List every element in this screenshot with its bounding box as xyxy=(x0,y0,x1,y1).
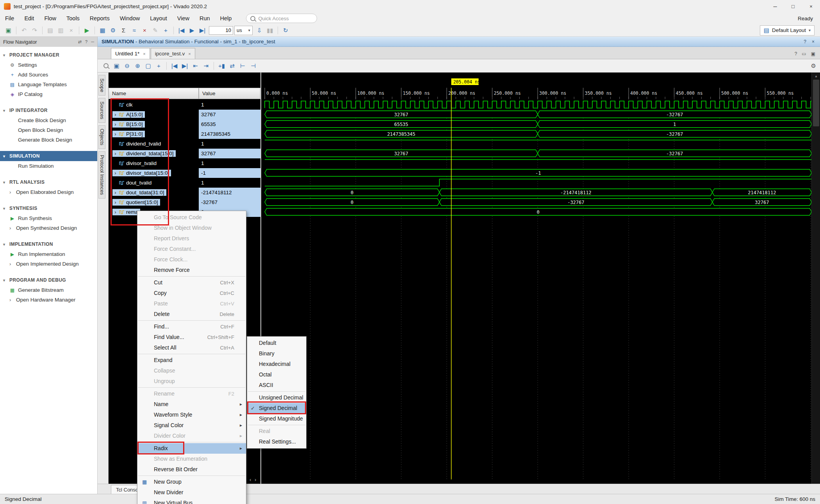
sidebar-item-run-synthesis[interactable]: ▶Run Synthesis xyxy=(0,213,97,223)
tabbar-float-icon[interactable]: ▭ xyxy=(802,51,806,57)
flow-section-simulation[interactable]: ▾SIMULATION xyxy=(0,151,97,161)
vertical-scrollbar[interactable]: ▴ xyxy=(811,73,820,484)
sidebar-item-run-implementation[interactable]: ▶Run Implementation xyxy=(0,249,97,259)
menu-item-signed-decimal[interactable]: ✓Signed Decimal xyxy=(247,403,306,413)
wave-previous-transition-button[interactable]: ⇤ xyxy=(190,61,201,71)
side-tab-protocol-instances[interactable]: Protocol Instances xyxy=(98,151,105,199)
fn-minimize-icon[interactable]: ─ xyxy=(91,39,94,44)
wave-zoom-to-cursor-button[interactable]: + xyxy=(153,61,164,71)
menu-item-name[interactable]: Name▸ xyxy=(137,399,246,410)
menu-flow[interactable]: Flow xyxy=(39,12,61,24)
signal-value-cell[interactable]: 1 xyxy=(199,139,260,149)
run-for-time-button[interactable]: ⇩ xyxy=(254,25,265,35)
wave-go-to-time-0-button[interactable]: |◀ xyxy=(169,61,180,71)
signal-row-clk[interactable]: clk xyxy=(109,100,199,110)
menu-item-waveform-style[interactable]: Waveform Style▸ xyxy=(137,410,246,420)
sidebar-item-open-block-design[interactable]: Open Block Design xyxy=(0,125,97,135)
menu-item-octal[interactable]: Octal xyxy=(247,369,306,380)
sidebar-item-run-simulation[interactable]: Run Simulation xyxy=(0,161,97,171)
menu-item-remove-force[interactable]: Remove Force xyxy=(137,265,246,275)
sidebar-item-create-block-design[interactable]: Create Block Design xyxy=(0,115,97,125)
wave-snap-left-button[interactable]: ⊢ xyxy=(237,61,248,71)
menu-tools[interactable]: Tools xyxy=(61,12,85,24)
menu-file[interactable]: File xyxy=(0,12,19,24)
restart-button[interactable]: |◀ xyxy=(176,25,187,35)
banner-help-icon[interactable]: ? xyxy=(804,39,806,44)
menu-item-copy[interactable]: CopyCtrl+C xyxy=(137,288,246,298)
menu-item-signed-magnitude[interactable]: Signed Magnitude xyxy=(247,413,306,424)
signal-row-p-31-0[interactable]: ›P[31:0] xyxy=(109,129,199,139)
scrollbar-thumb[interactable] xyxy=(813,80,819,126)
menu-item-signal-color[interactable]: Signal Color▸ xyxy=(137,420,246,431)
menu-item-delete[interactable]: DeleteDelete xyxy=(137,309,246,319)
menu-layout[interactable]: Layout xyxy=(145,12,172,24)
sidebar-item-open-hardware-manager[interactable]: ›Open Hardware Manager xyxy=(0,295,97,305)
expand-icon[interactable]: › xyxy=(113,121,118,127)
menu-item-expand[interactable]: Expand xyxy=(137,355,246,366)
layout-select[interactable]: ▤ Default Layout ▾ xyxy=(760,25,815,35)
sidebar-item-generate-block-design[interactable]: Generate Block Design xyxy=(0,135,97,145)
signal-value-cell[interactable]: 32767 xyxy=(199,149,260,158)
tabbar-maximize-icon[interactable]: ▣ xyxy=(811,51,815,57)
simulation-time-input[interactable] xyxy=(209,26,233,35)
signal-value-cell[interactable]: 65535 xyxy=(199,119,260,129)
signal-row-b-15-0[interactable]: ›B[15:0] xyxy=(109,119,199,129)
sidebar-item-add-sources[interactable]: +Add Sources xyxy=(0,70,97,80)
signal-value-cell[interactable]: -2147418112 xyxy=(199,188,260,197)
messages-button[interactable]: ≈ xyxy=(129,25,139,35)
signal-value-cell[interactable]: -32767 xyxy=(199,197,260,207)
menu-item-hexadecimal[interactable]: Hexadecimal xyxy=(247,359,306,369)
expand-icon[interactable]: › xyxy=(113,151,118,156)
sidebar-item-settings[interactable]: ⚙Settings xyxy=(0,60,97,70)
wave-go-to-last-time-button[interactable]: ▶| xyxy=(180,61,190,71)
menu-help[interactable]: Help xyxy=(215,12,237,24)
signal-row-divisor-tdata-15-0[interactable]: ›divisor_tdata[15:0] xyxy=(109,168,199,178)
menu-item-new-divider[interactable]: New Divider xyxy=(137,487,246,498)
flow-section-synthesis[interactable]: ▾SYNTHESIS xyxy=(0,203,97,213)
quick-access-search[interactable]: Quick Access xyxy=(246,14,317,23)
menu-item-new-group[interactable]: ▦New Group xyxy=(137,477,246,487)
menu-item-reverse-bit-order[interactable]: Reverse Bit Order xyxy=(137,464,246,475)
wave-save-waveform-config-button[interactable]: ▣ xyxy=(111,61,122,71)
expand-icon[interactable]: › xyxy=(113,199,118,205)
sidebar-item-open-synthesized-design[interactable]: ›Open Synthesized Design xyxy=(0,223,97,233)
close-icon[interactable]: × xyxy=(188,51,191,56)
sidebar-item-generate-bitstream[interactable]: ▦Generate Bitstream xyxy=(0,285,97,295)
flow-section-implementation[interactable]: ▾IMPLEMENTATION xyxy=(0,239,97,249)
signal-value-cell[interactable]: -1 xyxy=(199,168,260,178)
side-tab-sources[interactable]: Sources xyxy=(98,98,105,123)
signal-row-dout-tdata-31-0[interactable]: ›dout_tdata[31:0] xyxy=(109,188,199,197)
menu-item-ascii[interactable]: ASCII xyxy=(247,380,306,390)
flow-section-rtl-analysis[interactable]: ▾RTL ANALYSIS xyxy=(0,177,97,187)
tab-untitled-1[interactable]: Untitled 1* × xyxy=(111,48,150,59)
relaunch-button[interactable]: ↻ xyxy=(280,25,291,35)
signal-row-a-15-0[interactable]: ›A[15:0] xyxy=(109,110,199,119)
expand-icon[interactable]: › xyxy=(113,112,118,117)
menu-run[interactable]: Run xyxy=(194,12,215,24)
menu-item-default[interactable]: Default xyxy=(247,338,306,348)
reports-dashboard-button[interactable]: ▦ xyxy=(97,25,108,35)
signal-value-cell[interactable]: 2147385345 xyxy=(199,129,260,139)
sidebar-item-ip-catalog[interactable]: ◈IP Catalog xyxy=(0,89,97,99)
run-button[interactable]: ▶ xyxy=(82,25,92,35)
side-tab-objects[interactable]: Objects xyxy=(98,125,105,149)
waveform-canvas[interactable]: 0.000 ns50.000 ns100.000 ns150.000 ns200… xyxy=(261,73,811,484)
scroll-left-icon[interactable]: ‹ xyxy=(250,477,251,483)
signal-row-divisor-tvalid[interactable]: divisor_tvalid xyxy=(109,158,199,168)
expand-icon[interactable]: › xyxy=(113,190,118,195)
sum-button[interactable]: Σ xyxy=(118,25,129,35)
flow-section-program-and-debug[interactable]: ▾PROGRAM AND DEBUG xyxy=(0,275,97,285)
sidebar-item-language-templates[interactable]: ▤Language Templates xyxy=(0,80,97,89)
signal-row-dividend-tvalid[interactable]: dividend_tvalid xyxy=(109,139,199,149)
fn-help-icon[interactable]: ? xyxy=(85,39,87,44)
save-project-button[interactable]: ▣ xyxy=(3,25,14,35)
close-icon[interactable]: × xyxy=(143,51,145,56)
waveform-settings-gear-icon[interactable]: ⚙ xyxy=(811,62,816,69)
probe-button[interactable]: + xyxy=(160,25,171,35)
expand-icon[interactable]: › xyxy=(113,131,118,137)
breakpoint-button[interactable]: × xyxy=(139,25,150,35)
signal-value-cell[interactable]: 1 xyxy=(199,100,260,110)
flow-section-ip-integrator[interactable]: ▾IP INTEGRATOR xyxy=(0,105,97,115)
side-tab-scope[interactable]: Scope xyxy=(98,75,105,96)
step-button[interactable]: ▶| xyxy=(197,25,208,35)
